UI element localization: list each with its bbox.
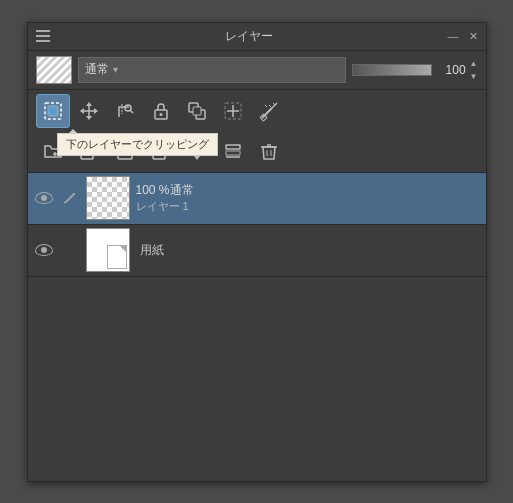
visibility-toggle-paper[interactable] xyxy=(34,240,54,260)
lock-icon xyxy=(150,100,172,122)
lock-tool-button[interactable] xyxy=(144,94,178,128)
transform-icon xyxy=(114,100,136,122)
svg-rect-1 xyxy=(48,106,58,116)
select-icon xyxy=(222,100,244,122)
magic-tool-button[interactable] xyxy=(252,94,286,128)
blend-mode-dropdown[interactable]: 通常 ▾ xyxy=(78,57,346,83)
clip-to-below-button[interactable]: 下のレイヤーでクリッピング xyxy=(36,94,70,128)
layer-row-paper[interactable]: 用紙 xyxy=(28,225,486,277)
minimize-button[interactable]: — xyxy=(448,30,459,42)
opacity-decrement-icon[interactable]: ▼ xyxy=(470,70,478,83)
transform-tool-button[interactable] xyxy=(108,94,142,128)
svg-marker-5 xyxy=(86,116,92,120)
svg-marker-29 xyxy=(194,156,200,160)
chevron-down-icon: ▾ xyxy=(113,64,118,75)
folder-plus-icon xyxy=(42,140,64,162)
duplicate-icon xyxy=(150,140,172,162)
visibility-toggle-layer1[interactable] xyxy=(34,188,54,208)
svg-rect-30 xyxy=(226,145,240,149)
blend-mode-label: 通常 xyxy=(85,61,109,78)
layer-blend-info: 100 %通常 xyxy=(136,182,480,199)
svg-rect-25 xyxy=(153,147,165,159)
trash-icon xyxy=(258,140,280,162)
layer-thumbnail-paper xyxy=(86,228,130,272)
title-bar-right: — ✕ xyxy=(448,30,478,43)
new-layer-copy-button[interactable] xyxy=(72,134,106,168)
move-icon xyxy=(78,100,100,122)
layers-area[interactable]: 100 %通常 レイヤー 1 用紙 xyxy=(28,173,486,481)
svg-line-9 xyxy=(130,110,133,113)
magic-icon xyxy=(258,100,280,122)
combine-icon xyxy=(186,100,208,122)
toolbar-row-1: 下のレイヤーでクリッピング xyxy=(28,90,486,132)
close-button[interactable]: ✕ xyxy=(469,30,478,43)
layer-preview-box xyxy=(36,56,72,84)
svg-line-36 xyxy=(74,193,75,194)
combine-tool-button[interactable] xyxy=(180,94,214,128)
opacity-control: 100 ▲ ▼ xyxy=(352,57,478,83)
toolbar-row-2 xyxy=(28,132,486,173)
paper-icon-overlay xyxy=(107,245,127,269)
new-layer-button[interactable] xyxy=(108,134,142,168)
layer-info-layer1: 100 %通常 レイヤー 1 xyxy=(136,182,480,214)
layer-plus-icon xyxy=(114,140,136,162)
opacity-value: 100 xyxy=(436,63,466,77)
clip-icon xyxy=(42,100,64,122)
blank-spacer xyxy=(60,240,80,260)
layer-row[interactable]: 100 %通常 レイヤー 1 xyxy=(28,173,486,225)
flatten-button[interactable] xyxy=(216,134,250,168)
pencil-icon xyxy=(62,190,78,206)
move-tool-button[interactable] xyxy=(72,94,106,128)
title-bar: レイヤー — ✕ xyxy=(28,23,486,51)
merge-icon xyxy=(186,140,208,162)
svg-marker-4 xyxy=(86,102,92,106)
merge-down-button[interactable] xyxy=(180,134,214,168)
flatten-icon xyxy=(222,140,244,162)
svg-marker-6 xyxy=(80,108,84,114)
top-controls: 通常 ▾ 100 ▲ ▼ xyxy=(28,51,486,90)
svg-rect-31 xyxy=(226,151,240,155)
edit-indicator-layer1 xyxy=(60,188,80,208)
eye-icon-paper xyxy=(35,244,53,256)
panel-title: レイヤー xyxy=(225,28,273,45)
opacity-stepper[interactable]: ▲ ▼ xyxy=(470,57,478,83)
hamburger-menu-icon[interactable] xyxy=(36,30,50,42)
layers-panel: レイヤー — ✕ 通常 ▾ 100 ▲ ▼ xyxy=(27,22,487,482)
layer-thumbnail-layer1 xyxy=(86,176,130,220)
duplicate-layer-button[interactable] xyxy=(144,134,178,168)
opacity-bar[interactable] xyxy=(352,64,432,76)
paper-layer-name: 用紙 xyxy=(140,242,164,259)
copy-plus-icon xyxy=(78,140,100,162)
delete-layer-button[interactable] xyxy=(252,134,286,168)
svg-rect-26 xyxy=(157,143,169,155)
svg-rect-14 xyxy=(193,107,201,115)
title-bar-left xyxy=(36,30,50,42)
svg-marker-7 xyxy=(94,108,98,114)
eye-icon xyxy=(35,192,53,204)
select-tool-button[interactable] xyxy=(216,94,250,128)
opacity-increment-icon[interactable]: ▲ xyxy=(470,57,478,70)
layer-name-label: レイヤー 1 xyxy=(136,199,480,214)
svg-point-11 xyxy=(159,113,162,116)
new-layer-folder-button[interactable] xyxy=(36,134,70,168)
